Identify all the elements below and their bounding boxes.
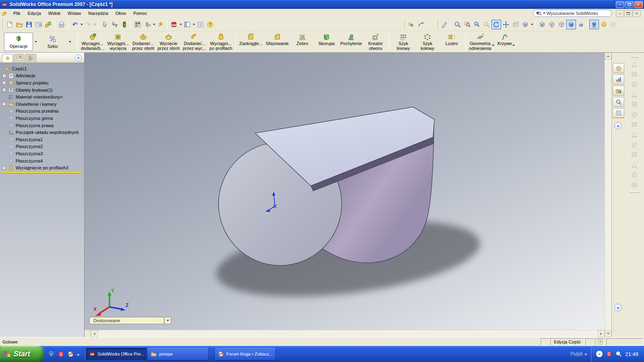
tab-operacje[interactable]: Operacje [4,33,33,51]
chevron-left-icon[interactable]: « [614,122,622,130]
menu-pomoc[interactable]: Pomoc [130,10,151,17]
zoom-to-fit-icon[interactable] [453,20,462,29]
vertical-scrollbar[interactable] [605,53,611,337]
solidworks-explorer-icon[interactable] [156,20,165,29]
menu-edycja[interactable]: Edycja [24,10,45,17]
apply-scene-icon[interactable] [609,20,618,29]
annotation-tool-icon[interactable] [630,80,638,88]
desktop-toolbar[interactable]: Pulpit » [570,351,591,357]
shaded-icon[interactable] [576,20,586,29]
toolbar-grip[interactable] [436,20,438,29]
annotation-tool-icon[interactable] [630,131,638,139]
tree-item[interactable]: Płaszczyzna2 [0,143,84,150]
reference-geometry-dropdown-icon[interactable] [492,45,494,46]
annotation-tool-icon[interactable] [630,181,638,189]
measure-icon[interactable]: Σ [142,20,152,29]
scroll-right-icon[interactable] [598,330,605,337]
tab-property-manager[interactable] [14,54,25,62]
zoom-to-area-icon[interactable] [462,20,472,29]
annotation-tool-icon[interactable] [630,151,638,159]
child-close-button[interactable]: × [633,10,641,17]
ribbon-button-revolved-boss[interactable]: Dodanie/...przez obrót [130,32,156,52]
rollback-bar[interactable] [2,172,82,173]
ribbon-button-curves[interactable]: Krzywe [496,32,520,52]
model-canvas[interactable]: X Y Z [85,53,605,330]
ribbon-button-fillet[interactable]: Zaokrągle... [237,32,264,52]
child-restore-button[interactable] [624,10,632,17]
tree-item[interactable]: AAdnotacje [0,72,84,80]
tree-item[interactable]: Oświetlenie i kamery [0,101,84,108]
horizontal-scrollbar[interactable] [85,330,605,337]
chevron-right-icon[interactable]: » [75,54,82,61]
tray-opera-icon[interactable] [606,351,612,357]
tab-search[interactable] [613,97,624,107]
realview-icon[interactable] [599,20,609,29]
search-dropdown-icon[interactable] [543,12,545,14]
scroll-down-icon[interactable] [605,330,611,337]
tree-item[interactable]: Płaszczyzna1 [0,136,84,143]
solidworks-dropdown-icon[interactable] [179,20,182,29]
annotation-tool-icon[interactable] [630,161,638,169]
toolbar-grip[interactable] [2,20,3,29]
ribbon-button-linear-pattern[interactable]: Szykliniowy [391,32,415,52]
ribbon-button-mirror[interactable]: Lustro [440,32,464,52]
view-orientation-dropdown-icon[interactable] [530,20,534,29]
tab-solidworks-resources[interactable] [613,63,624,73]
hidden-lines-removed-icon[interactable] [557,20,566,29]
toolbar-grip[interactable] [630,191,639,193]
edit-color-icon[interactable] [133,20,142,29]
taskbar-window-solidworks[interactable]: SW SolidWorks Office Pre... [86,348,147,360]
undo-dropdown-icon[interactable] [80,20,83,29]
curves-dropdown-icon[interactable] [512,45,515,46]
rebuild-icon[interactable] [120,20,129,29]
tray-collapse-icon[interactable]: « [596,351,603,357]
ribbon-button-extruded-boss[interactable]: Wyciągni...dodania/b... [79,32,106,52]
ribbon-button-chamfer[interactable]: Sfazowanie [264,32,290,52]
tab-operacje-dropdown-icon[interactable] [33,33,38,51]
panels-icon[interactable] [182,20,192,29]
print-icon[interactable] [57,20,66,29]
scroll-up-icon[interactable] [605,53,611,60]
menu-wstaw[interactable]: Wstaw [64,10,85,17]
start-button[interactable]: Start [0,346,44,362]
undo-icon[interactable]: ↶ [70,20,80,29]
chrome-icon[interactable] [67,351,74,358]
redo-icon[interactable]: ↷ [83,20,93,29]
tab-feature-manager[interactable] [2,54,13,62]
annotation-tool-icon[interactable] [630,101,638,109]
tab-design-library[interactable] [613,74,624,84]
open-icon[interactable] [14,20,24,29]
shaded-with-edges-icon[interactable] [566,20,576,29]
configuration-dropdown-icon[interactable] [164,317,171,324]
menu-narzedzia[interactable]: Narzędzia [85,10,112,17]
ribbon-button-circular-pattern[interactable]: Szykkołowy [415,32,440,52]
opera-icon[interactable] [58,351,64,358]
toolbar-grip[interactable] [630,56,639,58]
zoom-in-out-icon[interactable]: ± [472,20,482,29]
menu-widok[interactable]: Widok [45,10,64,17]
menu-plik[interactable]: Plik [10,10,24,17]
tab-file-explorer[interactable] [613,86,624,96]
tree-item[interactable]: Początek układu współrzędnych [0,129,84,136]
configuration-selector[interactable]: Dostosowane [89,317,164,324]
save-icon[interactable] [24,20,34,29]
annotation-tool-icon[interactable] [630,90,638,99]
help-icon[interactable]: ? [205,20,215,29]
ribbon-button-revolved-cut[interactable]: Wycięcieprzez obrót [156,32,181,52]
minimize-button[interactable]: – [616,1,624,8]
wireframe-icon[interactable] [537,20,547,29]
ribbon-button-hole-wizard[interactable]: Kreatorotworu [363,32,388,52]
ribbon-button-swept-boss[interactable]: Dodanie/...przez wyc... [181,32,208,52]
make-drawing-icon[interactable] [34,20,43,29]
tree-item[interactable]: Materiał <nieokreślony> [0,93,84,101]
hidden-lines-visible-icon[interactable] [547,20,557,29]
child-minimize-button[interactable]: – [616,10,624,17]
taskbar-window-forum[interactable]: Forum Koga • Zobacz... [215,348,275,360]
redo-dropdown-icon[interactable] [93,20,97,29]
tree-item-root[interactable]: Część1 [0,65,84,72]
select-icon[interactable] [100,20,110,29]
shadows-icon[interactable] [589,20,599,29]
tree-item[interactable]: Płaszczyzna prawa [0,122,84,129]
close-button[interactable]: × [634,1,643,8]
annotation-tool-icon[interactable] [630,121,638,129]
